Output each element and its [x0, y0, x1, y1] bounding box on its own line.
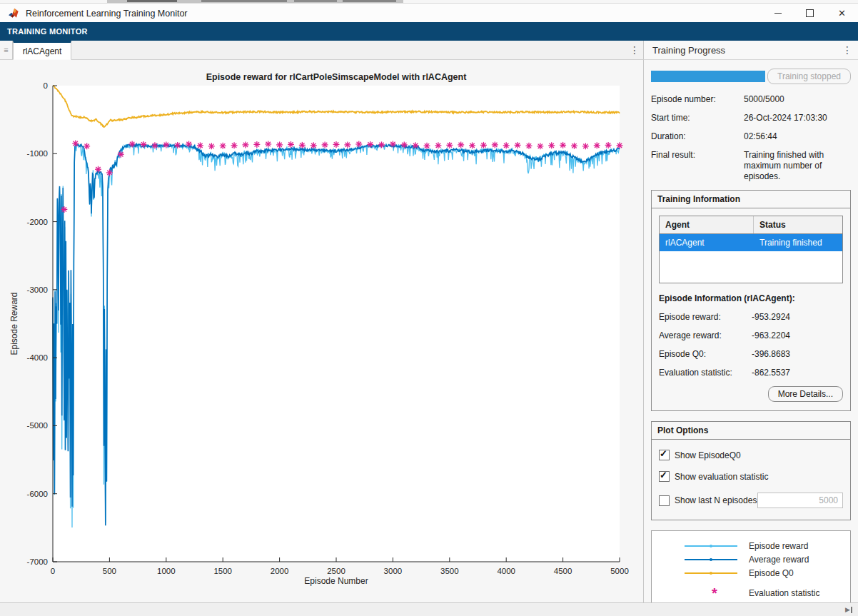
maximize-button[interactable]	[794, 4, 826, 23]
training-monitor-ribbon-tab[interactable]: TRAINING MONITOR	[7, 27, 88, 36]
average-reward-row: Average reward: -963.2204	[659, 330, 843, 341]
final-result-label: Final result:	[651, 150, 744, 182]
window-title: Reinforcement Learning Training Monitor	[26, 9, 188, 19]
close-button[interactable]: ✕	[826, 4, 858, 23]
show-evaluation-statistic-option[interactable]: Show evaluation statistic	[659, 471, 843, 482]
episode-number-value: 5000/5000	[744, 94, 851, 105]
final-result-row: Final result: Training finished with max…	[651, 150, 851, 182]
plot-options-group: Plot Options Show EpisodeQ0 Show evaluat…	[651, 421, 851, 520]
svg-text:0: 0	[51, 567, 55, 575]
panel-menu-icon[interactable]: ⋮	[842, 44, 852, 56]
svg-text:-3000: -3000	[27, 286, 48, 294]
status-bar: ▶	[0, 602, 858, 616]
svg-text:-1000: -1000	[27, 149, 48, 158]
average-reward-label: Average reward:	[659, 330, 752, 341]
agent-cell: rlACAgent	[660, 234, 754, 251]
episode-reward-line-swatch	[685, 545, 737, 547]
show-evaluation-statistic-checkbox[interactable]	[659, 471, 670, 482]
start-time-row: Start time: 26-Oct-2024 17:03:30	[651, 113, 851, 123]
last-n-episodes-input	[757, 493, 843, 508]
svg-text:-6000: -6000	[27, 490, 48, 498]
legend-episode-q0-label: Episode Q0	[749, 568, 794, 578]
show-episodeq0-label: Show EpisodeQ0	[675, 450, 741, 460]
svg-text:Episode Reward: Episode Reward	[9, 292, 19, 355]
average-reward-line-swatch	[685, 559, 737, 560]
show-episodeq0-checkbox[interactable]	[659, 450, 670, 460]
start-time-label: Start time:	[651, 113, 744, 123]
rl-training-monitor-window: { "window": {"title": "Reinforcement Lea…	[0, 0, 858, 616]
skip-to-end-icon: ▶	[845, 607, 850, 613]
tab-grip-icon[interactable]: ≡	[0, 41, 13, 59]
legend-average-reward-label: Average reward	[749, 555, 809, 565]
training-progress-bar	[651, 71, 765, 82]
episode-q0-row: Episode Q0: -396.8683	[659, 349, 843, 360]
svg-text:0: 0	[44, 81, 48, 90]
training-information-group: Training Information Agent Status rlACAg…	[651, 190, 851, 411]
svg-text:3500: 3500	[440, 567, 459, 575]
more-details-button[interactable]: More Details...	[768, 386, 843, 402]
minimize-button[interactable]	[762, 4, 794, 23]
tab-label: rlACAgent	[23, 46, 62, 56]
progress-row: Training stopped	[651, 69, 851, 84]
duration-row: Duration: 02:56:44	[651, 131, 851, 142]
toolstrip-ribbon: TRAINING MONITOR	[0, 22, 858, 41]
title-bar: Reinforcement Learning Training Monitor …	[0, 3, 858, 23]
training-stopped-button: Training stopped	[767, 69, 851, 84]
training-progress-panel: Training stopped Episode number: 5000/50…	[643, 60, 858, 603]
document-tab-strip: ≡ rlACAgent ⋮	[0, 41, 643, 60]
evaluation-statistic-row: Evaluation statistic: -862.5537	[659, 368, 843, 378]
episode-reward-value: -953.2924	[752, 312, 843, 323]
training-information-title: Training Information	[652, 191, 850, 208]
episode-reward-label: Episode reward:	[659, 312, 752, 323]
svg-text:4500: 4500	[554, 567, 572, 575]
close-icon: ✕	[838, 9, 846, 18]
plot-legend: Episode reward Average reward Episode Q0…	[651, 530, 851, 603]
agent-column-header: Agent	[660, 216, 754, 233]
duration-value: 02:56:44	[744, 131, 851, 142]
show-evaluation-statistic-label: Show evaluation statistic	[675, 472, 768, 482]
legend-evaluation-statistic-label: Evaluation statistic	[749, 588, 819, 598]
svg-text:4000: 4000	[497, 567, 515, 575]
svg-text:2000: 2000	[271, 567, 289, 575]
legend-average-reward: Average reward	[652, 552, 850, 566]
svg-text:Episode Number: Episode Number	[304, 576, 368, 586]
evaluation-statistic-value: -862.5537	[752, 368, 843, 378]
legend-episode-reward-label: Episode reward	[749, 541, 808, 551]
figure-area: 0-1000-2000-3000-4000-5000-6000-70000500…	[0, 60, 643, 603]
progress-fill	[651, 71, 765, 82]
episode-q0-label: Episode Q0:	[659, 349, 752, 360]
agent-table-row[interactable]: rlACAgent Training finished	[660, 234, 842, 251]
legend-evaluation-statistic: * Evaluation statistic	[652, 586, 850, 600]
duration-label: Duration:	[651, 131, 744, 142]
tab-rlacagent[interactable]: rlACAgent	[13, 41, 71, 60]
svg-text:-4000: -4000	[27, 353, 48, 362]
episode-q0-value: -396.8683	[752, 349, 843, 360]
show-last-n-episodes-label: Show last N episodes	[675, 495, 757, 505]
training-plot: 0-1000-2000-3000-4000-5000-6000-70000500…	[0, 60, 643, 603]
episode-q0-line-swatch	[685, 572, 737, 574]
final-result-value: Training finished with maximum number of…	[744, 150, 851, 182]
svg-text:-7000: -7000	[27, 557, 48, 566]
show-last-n-episodes-checkbox[interactable]	[659, 495, 670, 506]
agent-table-header: Agent Status	[660, 216, 842, 234]
window-controls: ✕	[762, 4, 858, 23]
collapse-panel-button[interactable]: ▶	[845, 607, 852, 613]
tab-overflow-menu-icon[interactable]: ⋮	[626, 41, 643, 59]
matlab-logo-icon	[8, 8, 20, 19]
legend-episode-q0: Episode Q0	[652, 566, 850, 580]
legend-episode-reward: Episode reward	[652, 539, 850, 552]
panel-title: Training Progress	[652, 45, 725, 56]
svg-text:5000: 5000	[610, 567, 629, 575]
svg-text:Episode reward for rlCartPoleS: Episode reward for rlCartPoleSimscapeMod…	[206, 72, 467, 82]
svg-text:1500: 1500	[213, 567, 232, 575]
agent-status-table: Agent Status rlACAgent Training finished	[659, 216, 843, 283]
status-column-header: Status	[754, 216, 842, 233]
agent-table-empty-area	[660, 251, 842, 283]
show-episodeq0-option[interactable]: Show EpisodeQ0	[659, 450, 843, 460]
summary-rows: Episode number: 5000/5000 Start time: 26…	[651, 94, 851, 182]
episode-reward-row: Episode reward: -953.2924	[659, 312, 843, 323]
maximize-icon	[806, 9, 814, 17]
start-time-value: 26-Oct-2024 17:03:30	[744, 113, 851, 123]
show-last-n-episodes-option[interactable]: Show last N episodes	[659, 493, 843, 508]
minimize-icon	[774, 13, 782, 14]
